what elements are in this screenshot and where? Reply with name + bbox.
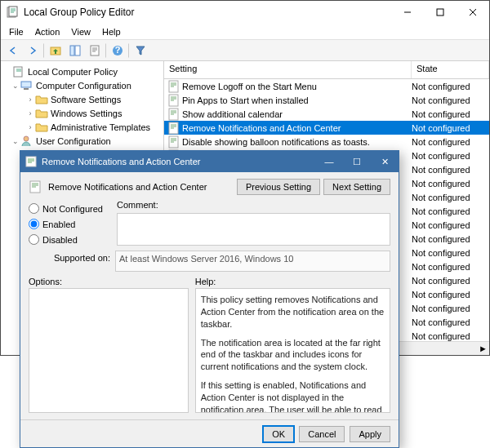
list-row[interactable]: Show additional calendarNot configured — [164, 107, 489, 121]
ok-button[interactable]: OK — [263, 426, 294, 442]
supported-box: At least Windows Server 2016, Windows 10 — [115, 251, 390, 272]
tree-label: Computer Configuration — [36, 81, 131, 91]
policy-item-icon — [167, 135, 180, 149]
svg-point-12 — [24, 136, 29, 141]
previous-setting-button[interactable]: Previous Setting — [237, 179, 320, 195]
window-title: Local Group Policy Editor — [24, 7, 391, 18]
panels-row: Options: Help: This policy setting remov… — [29, 277, 390, 413]
nav-buttons: Previous Setting Next Setting — [237, 179, 390, 195]
menu-file[interactable]: File — [4, 25, 29, 38]
list-row[interactable]: Disable showing balloon notifications as… — [164, 135, 489, 149]
row-state: Not configured — [412, 248, 489, 258]
row-state: Not configured — [412, 179, 489, 189]
radio-enabled[interactable]: Enabled — [29, 219, 110, 229]
policy-item-icon — [167, 108, 180, 121]
svg-rect-4 — [70, 46, 74, 55]
radio-label: Not Configured — [42, 204, 103, 214]
row-setting: Remove Notifications and Action Center — [182, 123, 412, 133]
list-row[interactable]: Remove Notifications and Action CenterNo… — [164, 121, 489, 135]
row-state: Not configured — [412, 82, 489, 91]
window-buttons — [391, 1, 489, 24]
menu-help[interactable]: Help — [97, 25, 126, 38]
dialog-title: Remove Notifications and Action Center — [42, 157, 315, 166]
tree-label: Local Computer Policy — [28, 67, 118, 77]
separator-icon — [128, 43, 130, 58]
tree-cc-windows[interactable]: ›Windows Settings — [2, 106, 162, 120]
comment-textarea[interactable] — [117, 213, 390, 246]
svg-rect-33 — [26, 157, 36, 166]
svg-rect-11 — [24, 88, 29, 90]
tree-cc-software[interactable]: ›Software Settings — [2, 92, 162, 106]
radio-not-configured[interactable]: Not Configured — [29, 203, 110, 214]
list-row[interactable]: Remove Logoff on the Start MenuNot confi… — [164, 79, 489, 93]
list-row[interactable]: Pin Apps to Start when installedNot conf… — [164, 93, 489, 107]
col-state[interactable]: State — [412, 61, 489, 78]
comment-column: Comment: — [117, 200, 390, 246]
row-state: Not configured — [412, 206, 489, 216]
toolbar: ? — [1, 40, 489, 61]
radio-disabled[interactable]: Disabled — [29, 234, 110, 245]
row-state: Not configured — [412, 220, 489, 230]
apply-button[interactable]: Apply — [350, 426, 390, 442]
row-state: Not configured — [412, 290, 489, 299]
row-state: Not configured — [412, 95, 489, 105]
svg-rect-2 — [437, 9, 443, 16]
row-setting: Pin Apps to Start when installed — [182, 95, 412, 105]
supported-label: Supported on: — [29, 251, 110, 263]
filter-button[interactable] — [131, 42, 149, 60]
row-state: Not configured — [412, 331, 489, 341]
dialog-window-buttons: — ☐ ✕ — [315, 151, 399, 172]
config-row: Not Configured Enabled Disabled Comment: — [29, 200, 390, 246]
row-setting: Remove Logoff on the Start Menu — [182, 82, 412, 91]
close-button[interactable] — [457, 1, 489, 24]
dialog-maximize-button[interactable]: ☐ — [343, 151, 371, 172]
row-state: Not configured — [412, 304, 489, 313]
dialog-body: Remove Notifications and Action Center P… — [20, 172, 399, 419]
radio-label: Disabled — [42, 235, 78, 245]
row-state: Not configured — [412, 234, 489, 244]
row-state: Not configured — [412, 109, 489, 119]
back-button[interactable] — [4, 42, 22, 60]
show-hide-tree-button[interactable] — [66, 42, 84, 60]
policy-item-icon — [167, 94, 180, 107]
cancel-button[interactable]: Cancel — [299, 426, 345, 442]
col-setting[interactable]: Setting — [164, 61, 412, 78]
tree-computer-config[interactable]: ⌄Computer Configuration — [2, 78, 162, 92]
menu-action[interactable]: Action — [30, 25, 65, 38]
row-setting: Disable showing balloon notifications as… — [182, 137, 412, 147]
minimize-button[interactable] — [391, 1, 424, 24]
help-p3: If this setting is enabled, Notification… — [201, 379, 385, 413]
svg-rect-5 — [75, 46, 80, 55]
app-icon — [6, 6, 19, 19]
properties-button[interactable] — [86, 42, 104, 60]
tree-label: Software Settings — [51, 95, 121, 104]
row-state: Not configured — [412, 193, 489, 202]
dialog-titlebar: Remove Notifications and Action Center —… — [20, 151, 399, 172]
maximize-button[interactable] — [424, 1, 457, 24]
row-state: Not configured — [412, 276, 489, 286]
scroll-right-icon[interactable]: ► — [479, 344, 488, 353]
radio-label: Enabled — [42, 220, 75, 229]
tree-root[interactable]: Local Computer Policy — [2, 64, 162, 78]
svg-rect-6 — [91, 46, 99, 55]
row-state: Not configured — [412, 262, 489, 272]
dialog-close-button[interactable]: ✕ — [371, 151, 399, 172]
help-panel: Help: This policy setting removes Notifi… — [195, 277, 390, 413]
svg-rect-1 — [9, 7, 17, 16]
help-box[interactable]: This policy setting removes Notification… — [195, 288, 390, 413]
options-box[interactable] — [29, 288, 189, 413]
radio-group: Not Configured Enabled Disabled — [29, 200, 110, 246]
dialog-icon — [25, 156, 37, 167]
help-p2: The notification area is located at the … — [201, 337, 385, 374]
row-state: Not configured — [412, 137, 489, 147]
up-button[interactable] — [47, 42, 65, 60]
row-setting: Show additional calendar — [182, 109, 412, 119]
tree-cc-admin[interactable]: ›Administrative Templates — [2, 120, 162, 134]
forward-button[interactable] — [24, 42, 42, 60]
tree-user-config[interactable]: ⌄User Configuration — [2, 134, 162, 148]
menu-view[interactable]: View — [66, 25, 96, 38]
help-p1: This policy setting removes Notification… — [201, 294, 385, 330]
dialog-minimize-button[interactable]: — — [315, 151, 343, 172]
help-button[interactable]: ? — [109, 42, 127, 60]
next-setting-button[interactable]: Next Setting — [323, 179, 390, 195]
